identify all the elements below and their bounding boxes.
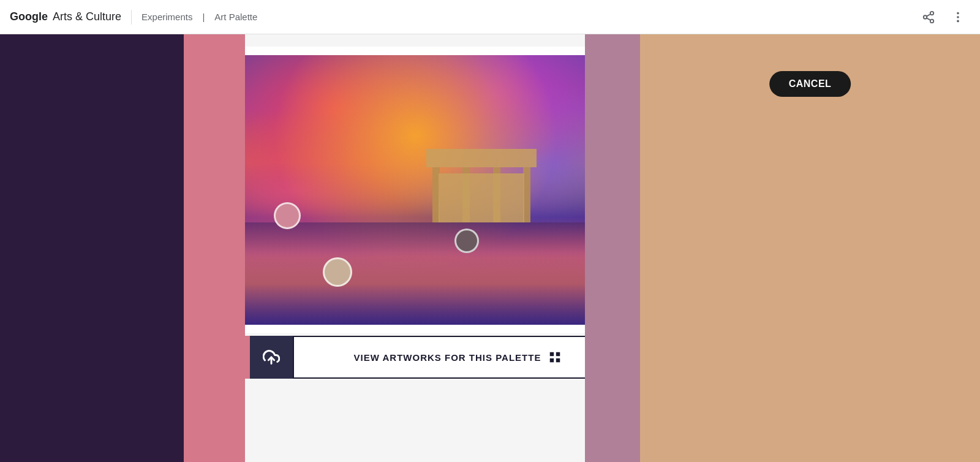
upload-icon — [263, 349, 280, 366]
side-panel-tan: CANCEL — [640, 34, 980, 462]
header-actions — [916, 5, 970, 29]
temple-top — [426, 149, 537, 167]
share-button[interactable] — [916, 5, 941, 29]
logo-google: Google — [10, 10, 48, 23]
view-artworks-label: VIEW ARTWORKS FOR THIS PALETTE — [354, 352, 541, 363]
nav-experiments[interactable]: Experiments — [141, 12, 192, 22]
svg-rect-10 — [550, 352, 554, 356]
share-icon — [922, 10, 935, 24]
svg-line-4 — [927, 13, 930, 16]
more-options-button[interactable] — [946, 5, 970, 29]
more-icon — [951, 10, 965, 24]
grid-icon — [548, 350, 562, 364]
svg-rect-12 — [550, 358, 554, 362]
side-panel-purple — [585, 34, 640, 462]
center-area: VIEW ARTWORKS FOR THIS PALETTE — [245, 34, 585, 462]
bottom-toolbar: VIEW ARTWORKS FOR THIS PALETTE — [245, 336, 585, 379]
site-logo: Google Arts & Culture — [10, 10, 121, 23]
svg-line-3 — [927, 18, 930, 20]
header-nav: Experiments | Art Palette — [141, 12, 257, 22]
temple-structure — [420, 149, 543, 222]
svg-rect-13 — [556, 358, 560, 362]
upload-button[interactable] — [250, 336, 293, 379]
header: Google Arts & Culture Experiments | Art … — [0, 0, 980, 34]
water-reflection — [245, 222, 585, 325]
temple-body — [439, 173, 524, 222]
view-artworks-button[interactable]: VIEW ARTWORKS FOR THIS PALETTE — [293, 336, 586, 379]
camera-button[interactable] — [245, 336, 250, 379]
color-dot-3[interactable] — [454, 229, 479, 253]
header-divider-2: | — [202, 12, 205, 22]
svg-point-5 — [957, 12, 959, 14]
main-image — [245, 55, 585, 325]
header-divider-1 — [131, 10, 132, 25]
side-panel-pink — [184, 34, 245, 462]
image-container — [245, 47, 585, 333]
color-dot-1[interactable] — [274, 202, 301, 229]
svg-point-6 — [957, 16, 959, 18]
svg-point-7 — [957, 20, 959, 22]
logo-arts: Arts & Culture — [50, 10, 121, 23]
main-layout: VIEW ARTWORKS FOR THIS PALETTE CANCEL — [0, 34, 980, 462]
cancel-button[interactable]: CANCEL — [769, 71, 851, 97]
side-panel-dark — [0, 34, 184, 462]
svg-rect-11 — [556, 352, 560, 356]
nav-art-palette[interactable]: Art Palette — [214, 12, 257, 22]
color-dot-2[interactable] — [323, 257, 352, 287]
